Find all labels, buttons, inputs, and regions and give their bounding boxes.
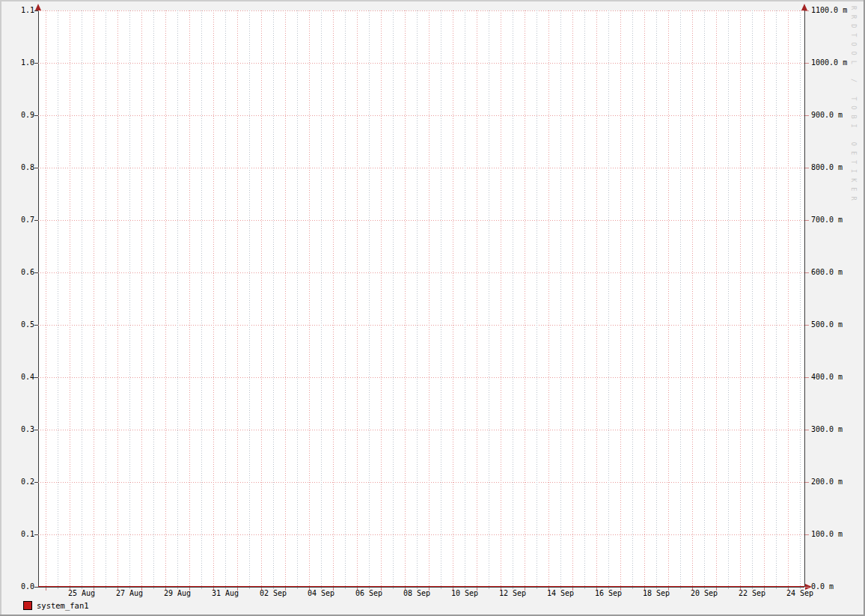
x-axis-minor-tick <box>249 588 250 589</box>
x-axis-tick-label: 12 Sep <box>495 589 531 598</box>
x-axis-minor-tick <box>153 588 154 589</box>
x-axis-minor-tick <box>201 588 202 589</box>
y-axis-right-tick-label: 1000.0 m <box>811 58 847 67</box>
image-border-left <box>0 0 1 616</box>
gridline-minor-vertical <box>513 10 513 587</box>
x-axis-minor-tick <box>297 588 298 589</box>
x-axis-tick-label: 24 Sep <box>782 589 818 598</box>
y-axis-left-tick <box>34 220 38 221</box>
y-axis-left-tick-label: 0.6 <box>10 268 34 277</box>
y-axis-left-tick-label: 0.3 <box>10 425 34 434</box>
x-axis-tick-label: 27 Aug <box>111 589 147 598</box>
y-axis-left-tick-label: 0.2 <box>10 478 34 487</box>
x-axis-tick-label: 29 Aug <box>159 589 195 598</box>
y-axis-left-tick <box>34 430 38 430</box>
gridline-major-vertical <box>740 10 741 587</box>
y-axis-right-tick-label: 100.0 m <box>811 530 843 539</box>
x-axis-minor-tick <box>537 588 537 589</box>
gridline-major-vertical <box>764 10 765 587</box>
gridline-minor-vertical <box>106 10 106 587</box>
gridline-major-vertical <box>70 10 70 587</box>
gridline-major-vertical <box>572 10 573 587</box>
gridline-major-vertical <box>213 10 214 587</box>
gridline-major-vertical <box>357 10 358 587</box>
y-axis-left-tick-label: 0.7 <box>10 216 34 225</box>
gridline-major-vertical <box>525 10 525 587</box>
x-axis-minor-tick <box>680 588 681 589</box>
gridline-minor-vertical <box>752 10 753 587</box>
y-axis-left-tick <box>34 168 38 168</box>
gridline-minor-vertical <box>369 10 370 587</box>
y-axis-left-tick-label: 0.1 <box>10 530 34 539</box>
gridline-minor-vertical <box>441 10 441 587</box>
gridline-major-vertical <box>788 10 789 587</box>
x-axis-minor-tick <box>776 588 777 589</box>
gridline-minor-vertical <box>225 10 226 587</box>
x-axis-tick-label: 08 Sep <box>399 589 435 598</box>
x-axis-tick-label: 20 Sep <box>686 589 722 598</box>
y-axis-right-tick-label: 900.0 m <box>811 111 843 120</box>
gridline-major-vertical <box>477 10 477 587</box>
y-axis-left-tick <box>34 482 38 483</box>
x-axis-minor-tick <box>106 588 106 589</box>
x-axis-minor-tick <box>393 588 394 589</box>
x-axis-minor-tick <box>728 588 729 589</box>
gridline-minor-vertical <box>560 10 561 587</box>
y-axis-right-tick <box>805 587 809 588</box>
rrdtool-graph: system_fan1 RRDTOOL / TOBI OETIKER 1.111… <box>0 0 865 616</box>
y-axis-right-tick <box>805 272 809 273</box>
y-axis-right-tick-label: 300.0 m <box>811 425 843 434</box>
x-axis-tick-label: 02 Sep <box>255 589 291 598</box>
gridline-minor-vertical <box>632 10 633 587</box>
gridline-major-vertical <box>381 10 382 587</box>
gridline-major-vertical <box>309 10 310 587</box>
y-axis-right-tick <box>805 168 809 168</box>
gridline-minor-vertical <box>249 10 250 587</box>
y-axis-left-tick-label: 0.8 <box>10 163 34 172</box>
gridline-minor-vertical <box>297 10 298 587</box>
gridline-minor-vertical <box>393 10 394 587</box>
x-axis-minor-tick <box>441 588 441 589</box>
gridline-major-vertical <box>668 10 669 587</box>
y-axis-left-tick-label: 0.0 <box>10 582 34 591</box>
y-axis-right-tick-label: 200.0 m <box>811 478 843 487</box>
y-axis-right-tick <box>805 325 809 326</box>
gridline-minor-vertical <box>680 10 681 587</box>
x-axis-tick-label: 31 Aug <box>207 589 243 598</box>
gridline-major-vertical <box>716 10 717 587</box>
y-axis-left-line <box>38 7 39 587</box>
x-axis-tick-label: 06 Sep <box>351 589 387 598</box>
x-axis-minor-tick <box>584 588 585 589</box>
axis-arrow-up-icon <box>35 4 41 10</box>
gridline-major-vertical <box>620 10 621 587</box>
x-axis-minor-tick <box>345 588 346 589</box>
gridline-minor-vertical <box>82 10 82 587</box>
y-axis-left-tick <box>34 272 38 273</box>
gridline-minor-vertical <box>273 10 274 587</box>
y-axis-left-tick-label: 0.5 <box>10 320 34 329</box>
legend: system_fan1 <box>23 600 89 611</box>
y-axis-left-tick <box>34 587 38 588</box>
x-axis-major-tick <box>46 588 46 591</box>
y-axis-right-tick-label: 500.0 m <box>811 320 843 329</box>
y-axis-right-tick <box>805 10 809 11</box>
gridline-major-vertical <box>692 10 693 587</box>
gridline-minor-vertical <box>704 10 705 587</box>
gridline-minor-vertical <box>776 10 777 587</box>
gridline-major-vertical <box>548 10 549 587</box>
gridline-minor-vertical <box>656 10 657 587</box>
y-axis-right-tick <box>805 115 809 116</box>
rrdtool-watermark: RRDTOOL / TOBI OETIKER <box>850 6 858 206</box>
gridline-major-vertical <box>333 10 334 587</box>
gridline-minor-vertical <box>728 10 729 587</box>
y-axis-right-line <box>804 7 805 587</box>
y-axis-right-tick <box>805 430 809 430</box>
x-axis-tick-label: 16 Sep <box>590 589 626 598</box>
y-axis-right-tick-label: 600.0 m <box>811 268 843 277</box>
axis-arrow-up-icon <box>801 4 807 10</box>
legend-label-system-fan1: system_fan1 <box>37 601 89 611</box>
gridline-major-vertical <box>94 10 94 587</box>
y-axis-left-tick-label: 0.9 <box>10 111 34 120</box>
gridline-major-vertical <box>644 10 645 587</box>
gridline-major-vertical <box>46 10 46 587</box>
